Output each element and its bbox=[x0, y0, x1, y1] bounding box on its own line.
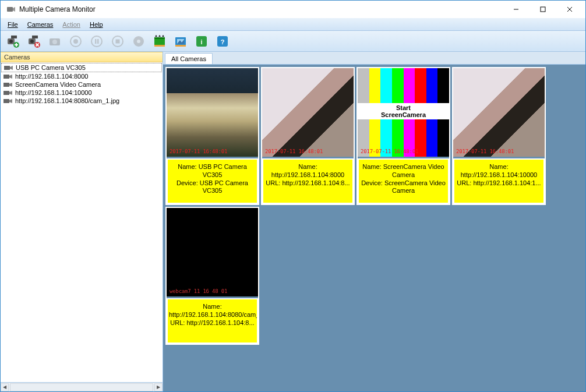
camera-icon bbox=[3, 82, 13, 88]
timestamp: webcam7 11 16 48 01 bbox=[168, 287, 229, 295]
camera-info: Name: http://192.168.1.104:10000 URL: ht… bbox=[453, 158, 545, 204]
stop-button bbox=[108, 33, 128, 50]
open-video-folder-button[interactable] bbox=[150, 33, 170, 50]
svg-text:i: i bbox=[200, 38, 202, 45]
add-camera-button[interactable] bbox=[3, 33, 23, 50]
help-button[interactable]: ? bbox=[213, 33, 232, 50]
pause-button bbox=[87, 33, 107, 50]
camera-label: ScreenCamera Video Camera bbox=[15, 81, 101, 88]
svg-point-15 bbox=[52, 40, 57, 44]
svg-marker-29 bbox=[162, 35, 164, 37]
svg-marker-40 bbox=[10, 66, 13, 70]
camera-device: Device: USB PC Camera VC305 bbox=[169, 179, 256, 196]
timestamp: 2017-07-11 16:48:01 bbox=[263, 147, 324, 156]
camera-list-item[interactable]: ScreenCamera Video Camera bbox=[1, 80, 162, 89]
sidebar-header: Cameras bbox=[1, 52, 163, 62]
scroll-left-icon[interactable]: ◀ bbox=[1, 383, 9, 391]
camera-info: Name: USB PC Camera VC305 Device: USB PC… bbox=[167, 158, 258, 204]
svg-marker-1 bbox=[13, 7, 15, 12]
camera-name: Name: http://192.168.1.104:8080/cam_1.jp… bbox=[169, 303, 256, 319]
camera-list-item[interactable]: http://192.168.1.104:8080/cam_1.jpg bbox=[1, 97, 162, 105]
svg-rect-8 bbox=[11, 36, 17, 38]
menu-cameras[interactable]: Cameras bbox=[23, 20, 58, 29]
svg-marker-27 bbox=[155, 35, 157, 37]
camera-icon bbox=[3, 73, 13, 80]
camera-list-item[interactable]: USB PC Camera VC305 bbox=[1, 63, 162, 72]
svg-rect-43 bbox=[3, 83, 9, 87]
camera-preview[interactable]: webcam7 11 16 48 01 bbox=[167, 208, 258, 296]
svg-rect-34 bbox=[175, 45, 186, 47]
camera-name: Name: http://192.168.1.104:10000 bbox=[456, 163, 542, 179]
svg-point-11 bbox=[30, 40, 34, 43]
camera-info: Name: http://192.168.1.104:8080/cam_1.jp… bbox=[167, 298, 258, 344]
camera-url: URL: http://192.168.1.104:8... bbox=[169, 319, 256, 327]
tabbar: All Cameras bbox=[163, 52, 585, 65]
maximize-button[interactable] bbox=[529, 1, 556, 18]
toolbar: i ? bbox=[1, 31, 585, 52]
camera-cell[interactable]: 2017-07-11 16:48:01 Name: USB PC Camera … bbox=[165, 67, 259, 205]
timestamp: 2017-07-11 16:48:01 bbox=[168, 147, 229, 156]
svg-point-24 bbox=[137, 40, 140, 43]
camera-url: URL: http://192.168.1.104:1... bbox=[456, 179, 542, 188]
snapshot-button bbox=[45, 33, 65, 50]
svg-rect-47 bbox=[3, 99, 9, 103]
camera-list-item[interactable]: http://192.168.1.104:8000 bbox=[1, 72, 162, 80]
camera-cell[interactable]: StartScreenCamera 2017-07-11 16:48:01 Na… bbox=[356, 67, 450, 205]
close-button[interactable] bbox=[556, 1, 583, 18]
svg-marker-28 bbox=[158, 35, 161, 37]
tab-all-cameras[interactable]: All Cameras bbox=[165, 53, 213, 64]
svg-point-7 bbox=[9, 40, 13, 43]
titlebar: Multiple Camera Monitor bbox=[1, 1, 585, 18]
svg-text:?: ? bbox=[221, 38, 225, 45]
camera-cell[interactable]: 2017-07-11 16:48:01 Name: http://192.168… bbox=[261, 67, 355, 205]
camera-device: Device: ScreenCamera Video Camera bbox=[360, 179, 447, 196]
camera-label: http://192.168.1.104:8000 bbox=[15, 73, 88, 80]
svg-marker-42 bbox=[9, 75, 12, 79]
menu-help[interactable]: Help bbox=[85, 20, 108, 29]
minimize-button[interactable] bbox=[503, 1, 529, 18]
sidebar-scrollbar[interactable]: ◀ ▶ bbox=[1, 382, 163, 391]
record-button bbox=[66, 33, 86, 50]
camera-list-item[interactable]: http://192.168.1.104:10000 bbox=[1, 89, 162, 97]
camera-icon bbox=[3, 98, 13, 104]
app-icon bbox=[6, 5, 16, 14]
menu-action: Action bbox=[58, 20, 85, 29]
svg-rect-3 bbox=[541, 7, 545, 12]
camera-name: Name: http://192.168.1.104:8000 bbox=[264, 163, 351, 179]
camera-preview[interactable]: 2017-07-11 16:48:01 bbox=[453, 68, 545, 157]
camera-cell[interactable]: 2017-07-11 16:48:01 Name: http://192.168… bbox=[452, 67, 546, 205]
camera-name: Name: ScreenCamera Video Camera bbox=[360, 163, 447, 179]
svg-marker-46 bbox=[9, 91, 12, 95]
svg-rect-0 bbox=[7, 7, 13, 12]
svg-rect-41 bbox=[3, 75, 9, 79]
remove-camera-button[interactable] bbox=[24, 33, 44, 50]
svg-marker-48 bbox=[9, 99, 12, 103]
svg-rect-30 bbox=[154, 45, 165, 47]
camera-preview[interactable]: 2017-07-11 16:48:01 bbox=[167, 68, 258, 157]
screencamera-overlay: StartScreenCamera bbox=[358, 103, 449, 119]
open-snapshot-folder-button[interactable] bbox=[171, 33, 190, 50]
timestamp: 2017-07-11 16:48:01 bbox=[454, 147, 516, 156]
camera-preview[interactable]: 2017-07-11 16:48:01 bbox=[262, 68, 354, 157]
settings-button bbox=[129, 33, 149, 50]
camera-icon bbox=[4, 65, 13, 71]
main-pane: All Cameras 2017-07-11 16:48:01 Name: US… bbox=[163, 52, 585, 391]
window-title: Multiple Camera Monitor bbox=[19, 5, 503, 13]
app-window: Multiple Camera Monitor File Cameras Act… bbox=[0, 0, 586, 392]
svg-rect-45 bbox=[3, 91, 9, 95]
camera-info: Name: ScreenCamera Video Camera Device: … bbox=[358, 158, 449, 204]
camera-cell[interactable]: webcam7 11 16 48 01 Name: http://192.168… bbox=[165, 207, 259, 345]
camera-icon bbox=[3, 90, 13, 96]
camera-label: http://192.168.1.104:8080/cam_1.jpg bbox=[15, 97, 119, 104]
sidebar: Cameras USB PC Camera VC305 http://192.1… bbox=[1, 52, 163, 391]
scroll-right-icon[interactable]: ▶ bbox=[154, 383, 163, 391]
menu-file[interactable]: File bbox=[3, 20, 23, 29]
svg-rect-20 bbox=[97, 39, 99, 44]
menubar: File Cameras Action Help bbox=[1, 18, 585, 31]
camera-label: http://192.168.1.104:10000 bbox=[15, 89, 92, 96]
camera-preview[interactable]: StartScreenCamera 2017-07-11 16:48:01 bbox=[358, 68, 449, 157]
camera-list[interactable]: USB PC Camera VC305 http://192.168.1.104… bbox=[1, 62, 163, 382]
body: Cameras USB PC Camera VC305 http://192.1… bbox=[1, 52, 585, 391]
svg-point-18 bbox=[91, 36, 102, 47]
info-button[interactable]: i bbox=[192, 33, 211, 50]
